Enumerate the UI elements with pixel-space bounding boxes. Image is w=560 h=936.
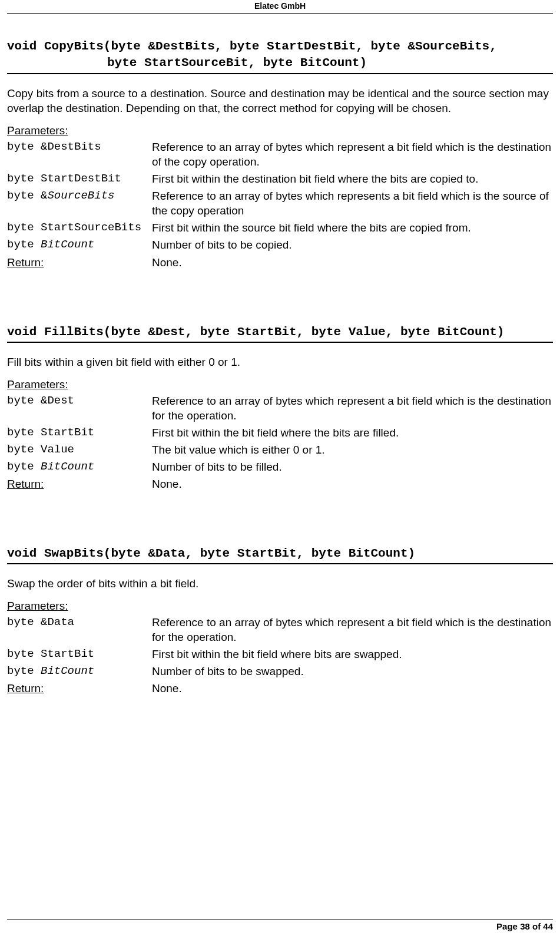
param-desc: Number of bits to be filled. (152, 459, 553, 474)
function-signature-swapbits: void SwapBits(byte &Data, byte StartBit,… (7, 545, 553, 564)
param-name: byte StartBit (7, 425, 152, 440)
sig-line1: void SwapBits(byte &Data, byte StartBit,… (7, 547, 415, 560)
return-value: None. (152, 477, 182, 491)
param-name-ital: SourceBits (47, 189, 114, 202)
param-name-plain: byte &Dest (7, 394, 74, 407)
param-desc: Number of bits to be copied. (152, 237, 553, 252)
function-signature-copybits: void CopyBits(byte &DestBits, byte Start… (7, 38, 553, 74)
param-row: byte &SourceBits Reference to an array o… (7, 188, 553, 218)
page-content: void CopyBits(byte &DestBits, byte Start… (7, 14, 553, 696)
param-name: byte &Dest (7, 393, 152, 423)
function-description: Fill bits within a given bit field with … (7, 355, 553, 370)
return-label: Return: (7, 681, 152, 696)
sig-line2: byte StartSourceBit, byte BitCount) (7, 55, 553, 71)
return-row: Return: None. (7, 681, 553, 696)
param-row: byte StartBit First bit within the bit f… (7, 425, 553, 440)
parameters-label: Parameters: (7, 600, 553, 613)
parameters-label: Parameters: (7, 378, 553, 391)
param-name: byte &Data (7, 615, 152, 644)
param-name-plain: byte (7, 460, 41, 473)
param-name: byte Value (7, 442, 152, 457)
param-row: byte BitCount Number of bits to be copie… (7, 237, 553, 252)
param-name-ital: BitCount (41, 664, 94, 677)
param-name-plain: byte StartSourceBits (7, 221, 141, 234)
param-row: byte BitCount Number of bits to be swapp… (7, 664, 553, 679)
param-row: byte StartDestBit First bit within the d… (7, 171, 553, 186)
param-name-plain: byte (7, 664, 41, 677)
param-desc: First bit within the destination bit fie… (152, 171, 553, 186)
function-description: Copy bits from a source to a destination… (7, 86, 553, 116)
return-row: Return: None. (7, 477, 553, 491)
param-row: byte &DestBits Reference to an array of … (7, 140, 553, 169)
param-desc: First bit within the bit field where bit… (152, 647, 553, 662)
param-row: byte Value The bit value which is either… (7, 442, 553, 457)
param-name-plain: byte StartBit (7, 426, 94, 439)
page-footer: Page 38 of 44 (7, 920, 553, 931)
param-row: byte StartSourceBits First bit within th… (7, 220, 553, 235)
param-name-plain: byte (7, 238, 41, 251)
param-desc: Reference to an array of bytes which rep… (152, 188, 553, 218)
return-label: Return: (7, 255, 152, 270)
param-row: byte BitCount Number of bits to be fille… (7, 459, 553, 474)
sig-line1: void CopyBits(byte &DestBits, byte Start… (7, 39, 497, 53)
param-name: byte StartSourceBits (7, 220, 152, 235)
param-name: byte &SourceBits (7, 188, 152, 218)
return-value: None. (152, 255, 182, 270)
return-row: Return: None. (7, 255, 553, 270)
param-name: byte BitCount (7, 459, 152, 474)
function-signature-fillbits: void FillBits(byte &Dest, byte StartBit,… (7, 324, 553, 343)
param-name-plain: byte &Data (7, 616, 74, 629)
section-gap (7, 491, 553, 545)
param-name: byte BitCount (7, 664, 152, 679)
return-label: Return: (7, 477, 152, 491)
parameters-label: Parameters: (7, 124, 553, 137)
param-name-ital: BitCount (41, 238, 94, 251)
param-desc: Reference to an array of bytes which rep… (152, 140, 553, 169)
param-desc: Number of bits to be swapped. (152, 664, 553, 679)
param-desc: First bit within the source bit field wh… (152, 220, 553, 235)
param-name-ital: BitCount (41, 460, 94, 473)
param-row: byte StartBit First bit within the bit f… (7, 647, 553, 662)
param-row: byte &Dest Reference to an array of byte… (7, 393, 553, 423)
param-name-plain: byte StartDestBit (7, 172, 121, 185)
param-row: byte &Data Reference to an array of byte… (7, 615, 553, 644)
param-name-plain: byte &DestBits (7, 140, 101, 153)
sig-line1: void FillBits(byte &Dest, byte StartBit,… (7, 325, 504, 339)
param-name: byte StartDestBit (7, 171, 152, 186)
param-name: byte &DestBits (7, 140, 152, 169)
page: Elatec GmbH void CopyBits(byte &DestBits… (0, 0, 560, 936)
param-name: byte StartBit (7, 647, 152, 662)
section-gap (7, 270, 553, 324)
param-name-plain: byte StartBit (7, 647, 94, 660)
param-desc: First bit within the bit field where the… (152, 425, 553, 440)
param-name-plain: byte Value (7, 443, 74, 456)
param-desc: Reference to an array of bytes which rep… (152, 615, 553, 644)
function-description: Swap the order of bits within a bit fiel… (7, 576, 553, 591)
return-value: None. (152, 681, 182, 696)
param-desc: Reference to an array of bytes which rep… (152, 393, 553, 423)
param-name: byte BitCount (7, 237, 152, 252)
page-header: Elatec GmbH (7, 0, 553, 14)
param-name-plain: byte & (7, 189, 47, 202)
param-desc: The bit value which is either 0 or 1. (152, 442, 553, 457)
